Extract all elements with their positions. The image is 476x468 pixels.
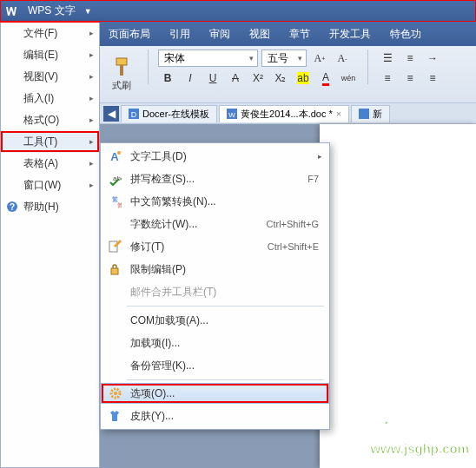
text-tool-icon: A [108,149,122,163]
svg-text:D: D [131,110,137,119]
font-size-combo[interactable]: 五号 [261,49,307,67]
tab-sections[interactable]: 章节 [289,27,310,42]
submenu-mail-merge: 邮件合并工具栏(T) [101,280,329,303]
submenu-text-tools[interactable]: A 文字工具(D) ▸ [101,145,329,168]
chevron-right-icon: ▸ [89,159,94,168]
watermark-url: www.jsghp.com [352,441,469,456]
app-menu-dropdown-icon[interactable]: ▼ [81,7,96,16]
menu-item-format[interactable]: 格式(O)▸ [1,109,99,131]
subscript-button[interactable]: X₂ [271,69,290,87]
shortcut-label: Ctrl+Shift+E [268,241,319,252]
chevron-right-icon: ▸ [89,115,94,124]
submenu-backup[interactable]: 备份管理(K)... [101,354,329,377]
svg-point-17 [114,392,117,395]
submenu-revisions[interactable]: 修订(T) Ctrl+Shift+E [101,235,329,258]
help-icon: ? [6,201,18,213]
ribbon-tabs: 页面布局 引用 审阅 视图 章节 开发工具 特色功 [100,22,476,46]
font-color-button[interactable]: A [316,69,335,87]
menu-item-window[interactable]: 窗口(W)▸ [1,175,99,196]
svg-text:简: 简 [117,202,122,208]
ribbon: 式刷 宋体 五号 A+ A- B I U A X² X₂ ab [100,46,476,103]
tab-page-layout[interactable]: 页面布局 [109,27,150,42]
separator [127,379,324,380]
tab-references[interactable]: 引用 [169,27,190,42]
paintbrush-icon [111,56,132,77]
chevron-right-icon: ▸ [89,29,94,37]
align-center-button[interactable]: ≡ [400,69,420,87]
chevron-right-icon: ▸ [318,152,322,161]
separator [127,306,324,307]
submenu-com-addins[interactable]: COM加载项(A)... [101,309,329,332]
underline-button[interactable]: U [203,69,222,87]
word-doc-icon [359,109,369,119]
tab-new[interactable]: 新 [351,105,390,122]
app-logo-icon [3,3,19,19]
separator [367,49,368,84]
menu-item-tools[interactable]: 工具(T)▸ [1,131,99,153]
tab-special[interactable]: 特色功 [390,27,421,42]
menu-item-file[interactable]: 文件(F)▸ [1,23,99,44]
svg-rect-15 [111,268,118,274]
tab-review[interactable]: 审阅 [209,27,230,42]
tools-submenu: A 文字工具(D) ▸ abc 拼写检查(S)... F7 繁简 中文简繁转换(… [100,142,330,430]
docer-icon: D [129,109,139,119]
submenu-skin[interactable]: 皮肤(Y)... [101,405,329,427]
menu-item-table[interactable]: 表格(A)▸ [1,153,99,175]
align-right-button[interactable]: ≡ [423,69,442,87]
close-tab-icon[interactable]: × [336,109,341,119]
submenu-restrict-edit[interactable]: 限制编辑(P) [101,258,329,280]
skin-icon [108,409,122,423]
font-name-combo[interactable]: 宋体 [158,49,258,67]
spellcheck-icon: abc [108,172,122,186]
bold-button[interactable]: B [158,69,177,87]
svg-point-10 [117,151,121,155]
phonetic-button[interactable]: wén [339,69,358,87]
watermark: 技术员联盟 www.jsghp.com [352,411,469,456]
menu-item-help[interactable]: ? 帮助(H) [1,196,99,218]
nav-button[interactable]: ◀ [103,106,119,122]
highlight-button[interactable]: ab [294,69,313,87]
submenu-chinese-convert[interactable]: 繁简 中文简繁转换(N)... [101,190,329,213]
menu-item-insert[interactable]: 插入(I)▸ [1,88,99,109]
format-painter-button[interactable]: 式刷 [105,49,138,98]
superscript-button[interactable]: X² [248,69,268,87]
chevron-right-icon: ▸ [89,137,94,146]
tab-view[interactable]: 视图 [249,27,270,42]
chevron-right-icon: ▸ [89,181,94,189]
submenu-word-count[interactable]: 字数统计(W)... Ctrl+Shift+G [101,213,329,235]
chevron-right-icon: ▸ [89,94,94,102]
svg-text:?: ? [10,202,15,212]
menu-item-edit[interactable]: 编辑(E)▸ [1,44,99,66]
submenu-addins[interactable]: 加载项(I)... [101,332,329,354]
grow-font-button[interactable]: A+ [310,49,329,67]
svg-rect-2 [116,58,127,65]
separator [148,49,149,84]
revision-icon [108,240,122,254]
tab-dev-tools[interactable]: 开发工具 [329,27,371,42]
file-menu: 文件(F)▸ 编辑(E)▸ 视图(V)▸ 插入(I)▸ 格式(O)▸ 工具(T)… [0,22,100,468]
lock-icon [108,262,122,276]
menu-item-view[interactable]: 视图(V)▸ [1,66,99,88]
app-title: WPS 文字 [23,3,81,18]
submenu-spellcheck[interactable]: abc 拼写检查(S)... F7 [101,168,329,190]
convert-icon: 繁简 [108,194,122,208]
gear-icon [109,386,122,400]
italic-button[interactable]: I [181,69,200,87]
title-bar: WPS 文字 ▼ [0,0,476,22]
numbering-button[interactable]: ≡ [400,49,420,67]
shrink-font-button[interactable]: A- [333,49,352,67]
bullets-button[interactable]: ☰ [378,49,397,67]
shortcut-label: F7 [307,174,319,184]
svg-rect-3 [120,65,123,76]
tab-document[interactable]: W 黄俊生2014...本.doc * × [219,105,349,122]
submenu-options[interactable]: 选项(O)... [101,383,329,404]
document-tabs: ◀ D Docer-在线模板 W 黄俊生2014...本.doc * × 新 [100,103,476,124]
watermark-text: 技术员联盟 [352,411,469,441]
align-left-button[interactable]: ≡ [378,69,397,87]
tab-docer[interactable]: D Docer-在线模板 [121,105,217,122]
indent-button[interactable]: → [423,49,442,67]
strike-button[interactable]: A [226,69,245,87]
shortcut-label: Ctrl+Shift+G [266,219,319,229]
svg-text:W: W [228,111,235,119]
chevron-right-icon: ▸ [89,50,94,59]
